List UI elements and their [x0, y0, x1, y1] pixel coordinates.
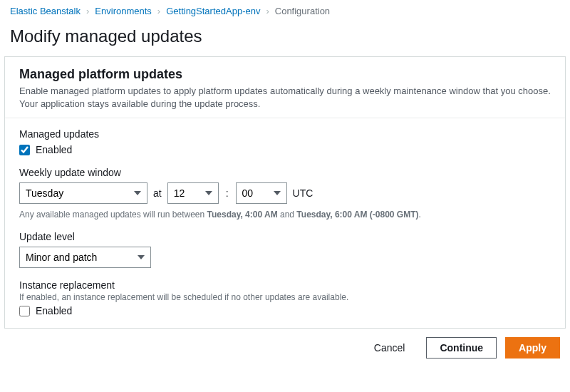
update-level-select-wrapper: Minor and patch: [19, 247, 151, 268]
update-level-field: Update level Minor and patch: [19, 231, 551, 268]
footer-actions: Cancel Continue Apply: [0, 329, 570, 359]
time-colon: :: [224, 187, 230, 199]
managed-updates-field: Managed updates Enabled: [19, 128, 551, 155]
breadcrumb-env-name[interactable]: GettingStartedApp-env: [166, 6, 260, 16]
managed-updates-label: Managed updates: [19, 128, 551, 140]
cancel-button[interactable]: Cancel: [361, 337, 418, 359]
instance-replacement-label: Instance replacement: [19, 279, 551, 291]
update-level-select[interactable]: Minor and patch: [19, 247, 151, 268]
hour-select[interactable]: 12: [167, 182, 219, 204]
breadcrumb: Elastic Beanstalk › Environments › Getti…: [0, 0, 570, 22]
panel-body: Managed updates Enabled Weekly update wi…: [5, 118, 565, 328]
breadcrumb-elastic-beanstalk[interactable]: Elastic Beanstalk: [10, 6, 81, 16]
chevron-right-icon: ›: [266, 6, 269, 16]
section-description: Enable managed platform updates to apply…: [19, 85, 551, 110]
minute-select[interactable]: 00: [236, 182, 287, 204]
managed-updates-panel: Managed platform updates Enable managed …: [4, 56, 566, 329]
continue-button[interactable]: Continue: [426, 337, 497, 359]
managed-updates-checkbox-label: Enabled: [36, 144, 72, 155]
managed-updates-checkbox[interactable]: [19, 145, 30, 155]
minute-select-wrapper: 00: [236, 182, 287, 204]
apply-button[interactable]: Apply: [505, 337, 560, 359]
managed-updates-checkbox-row[interactable]: Enabled: [19, 144, 551, 155]
instance-replacement-checkbox-label: Enabled: [36, 305, 72, 316]
instance-replacement-hint: If enabled, an instance replacement will…: [19, 292, 551, 302]
hour-select-wrapper: 12: [167, 182, 219, 204]
weekly-window-label: Weekly update window: [19, 167, 551, 178]
at-text: at: [153, 187, 162, 199]
chevron-right-icon: ›: [86, 6, 89, 16]
chevron-right-icon: ›: [157, 6, 160, 16]
update-level-label: Update level: [19, 231, 551, 242]
instance-replacement-checkbox-row[interactable]: Enabled: [19, 305, 551, 316]
instance-replacement-checkbox[interactable]: [19, 306, 30, 316]
instance-replacement-field: Instance replacement If enabled, an inst…: [19, 279, 551, 316]
weekly-window-field: Weekly update window Tuesday at 12 : 00: [19, 167, 551, 220]
weekly-window-hint: Any available managed updates will run b…: [19, 210, 551, 220]
day-select-wrapper: Tuesday: [19, 182, 147, 204]
section-title: Managed platform updates: [19, 67, 551, 82]
breadcrumb-environments[interactable]: Environments: [95, 6, 151, 16]
timezone-text: UTC: [293, 187, 314, 199]
breadcrumb-current: Configuration: [275, 6, 330, 16]
day-select[interactable]: Tuesday: [19, 182, 147, 204]
page-title: Modify managed updates: [10, 26, 560, 46]
panel-header: Managed platform updates Enable managed …: [5, 57, 565, 118]
